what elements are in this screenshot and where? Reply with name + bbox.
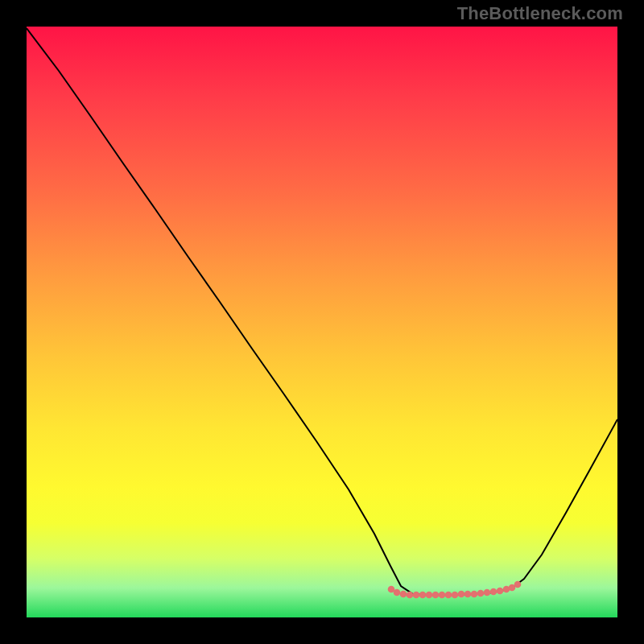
optimal-marker [471,591,478,598]
optimal-marker [458,591,465,598]
optimal-marker [394,589,401,597]
optimal-marker [445,592,452,599]
optimal-marker [400,591,407,598]
optimal-marker [407,592,414,599]
plot-area [27,27,617,617]
chart-svg [27,27,617,617]
optimal-marker [432,592,440,599]
bottleneck-curve [27,28,617,595]
optimal-marker [514,581,522,588]
optimal-marker [484,589,491,597]
watermark-text: TheBottleneck.com [457,3,623,24]
optimal-marker [464,591,472,598]
optimal-marker [419,592,427,599]
optimal-marker [426,592,433,599]
optimal-marker [439,592,446,599]
optimal-marker [497,588,504,595]
optimal-marker [413,592,420,599]
chart-container: TheBottleneck.com [0,0,644,644]
optimal-marker [452,592,459,599]
optimal-marker [490,588,497,596]
optimal-marker [477,590,485,597]
